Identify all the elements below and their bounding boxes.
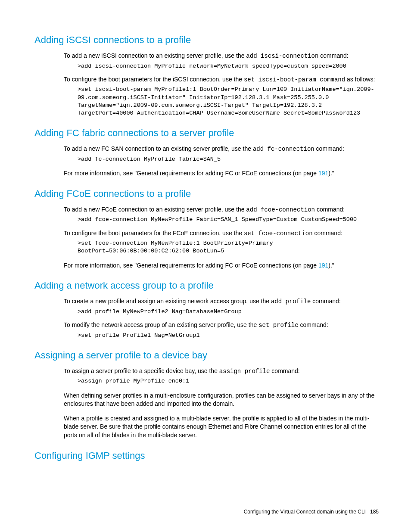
text: To add a new FC SAN connection to an exi… [64, 145, 253, 152]
heading-igmp: Configuring IGMP settings [34, 450, 379, 461]
para-fcoe-3: For more information, see "General requi… [64, 261, 379, 270]
code-fcoe-1: >add fcoe-connection MyNewProfile Fabric… [78, 216, 379, 224]
para-fcoe-1: To add a new FCoE connection to an exist… [64, 205, 379, 215]
inline-code: add fc-connection [253, 146, 314, 152]
text: command: [318, 52, 348, 59]
inline-code: set fcoe-connection [244, 230, 313, 237]
text: command: [270, 367, 299, 374]
code-iscsi-1: >add iscsi-connection MyProfile network=… [78, 62, 379, 70]
text: command: [311, 298, 340, 305]
para-nag-1: To create a new profile and assign an ex… [64, 297, 379, 306]
text: To configure the boot parameters for the… [64, 76, 244, 83]
inline-code: add profile [271, 298, 311, 305]
page-number: 185 [370, 509, 379, 515]
page-link[interactable]: 191 [318, 262, 328, 269]
text: as follows: [345, 76, 375, 83]
text: To configure the boot parameters for the… [64, 230, 244, 236]
inline-code: add iscsi-connection [246, 53, 318, 59]
text: command: [314, 145, 344, 152]
heading-iscsi: Adding iSCSI connections to a profile [34, 34, 379, 46]
footer-text: Configuring the Virtual Connect domain u… [244, 509, 366, 515]
text: command: [299, 321, 328, 328]
text: To modify the network access group of an… [64, 321, 258, 328]
page: Adding iSCSI connections to a profile To… [0, 0, 411, 532]
heading-assign: Assigning a server profile to a device b… [34, 350, 379, 361]
page-footer: Configuring the Virtual Connect domain u… [244, 509, 379, 515]
code-nag-2: >set profile Profile1 Nag=NetGroup1 [78, 332, 379, 339]
inline-code: assign profile [219, 368, 270, 375]
code-nag-1: >add profile MyNewProfile2 Nag=DatabaseN… [78, 308, 379, 316]
code-fc-1: >add fc-connection MyProfile fabric=SAN_… [78, 156, 379, 163]
para-fc-2: For more information, see "General requi… [64, 169, 379, 178]
code-iscsi-2: >set iscsi-boot-param MyProfile1:1 BootO… [78, 86, 379, 117]
text: To add a new iSCSI connection to an exis… [64, 52, 246, 59]
heading-fcoe: Adding FCoE connections to a profile [34, 188, 379, 199]
text: )." [328, 170, 334, 177]
code-fcoe-2: >set fcoe-connection MyNewProfile:1 Boot… [78, 240, 379, 255]
text: For more information, see "General requi… [64, 170, 318, 177]
para-nag-2: To modify the network access group of an… [64, 321, 379, 330]
text: To add a new FCoE connection to an exist… [64, 206, 246, 213]
text: command: [315, 206, 345, 213]
text: For more information, see "General requi… [64, 262, 318, 269]
para-assign-2: When defining server profiles in a multi… [64, 392, 379, 408]
para-assign-3: When a profile is created and assigned t… [64, 414, 379, 440]
code-assign-1: >assign profile MyProfile enc0:1 [78, 377, 379, 385]
inline-code: add fcoe-connection [246, 206, 315, 213]
text: To assign a server profile to a specific… [64, 367, 219, 374]
text: To create a new profile and assign an ex… [64, 298, 271, 305]
para-iscsi-1: To add a new iSCSI connection to an exis… [64, 52, 379, 61]
text: )." [328, 262, 334, 269]
para-assign-1: To assign a server profile to a specific… [64, 367, 379, 376]
para-iscsi-2: To configure the boot parameters for the… [64, 75, 379, 84]
para-fcoe-2: To configure the boot parameters for the… [64, 229, 379, 238]
inline-code: set iscsi-boot-param command [244, 76, 345, 83]
text: command: [313, 230, 342, 236]
para-fc-1: To add a new FC SAN connection to an exi… [64, 145, 379, 154]
inline-code: set profile [258, 322, 298, 329]
heading-fc: Adding FC fabric connections to a server… [34, 128, 379, 139]
heading-nag: Adding a network access group to a profi… [34, 280, 379, 291]
page-link[interactable]: 191 [318, 170, 328, 177]
